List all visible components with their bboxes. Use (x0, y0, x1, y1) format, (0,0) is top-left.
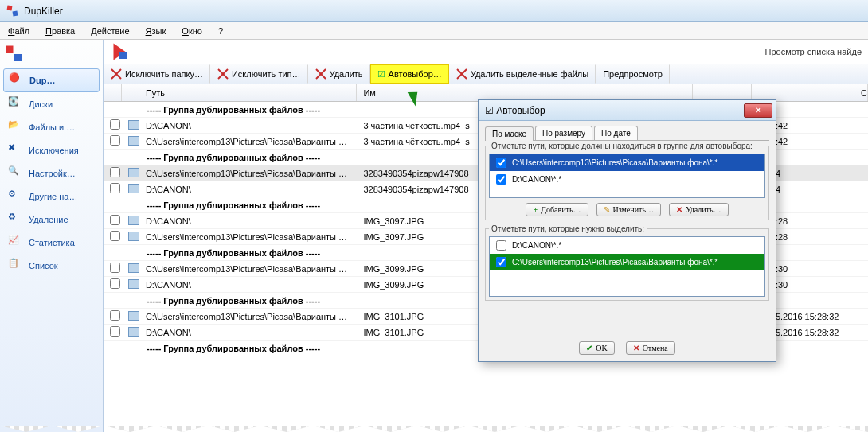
tab-by-date[interactable]: По дате (594, 126, 638, 140)
sidebar-item-label: Другие на… (29, 192, 77, 201)
sidebar-item-1[interactable]: 💽Диски (3, 93, 100, 115)
dialog-tabs: По маске По размеру По дате (485, 126, 769, 141)
row-checkbox[interactable] (110, 263, 120, 273)
svg-rect-2 (6, 46, 14, 53)
sidebar-item-4[interactable]: 🔍Настройк… (3, 162, 100, 185)
cell-path: D:\CANON\ (139, 121, 358, 130)
close-icon[interactable]: ✕ (744, 103, 772, 118)
list-checkbox[interactable] (496, 174, 506, 185)
list-item[interactable]: C:\Users\intercomp13\Pictures\Picasa\Вар… (490, 154, 764, 171)
list-item[interactable]: D:\CANON\*.* (490, 237, 764, 254)
sidebar-item-3[interactable]: ✖Исключения (3, 139, 100, 162)
dialog-icon: ☑ (485, 105, 496, 116)
sidebar-icon: 🔴 (9, 72, 25, 88)
preview-button[interactable]: Предпросмотр (596, 64, 670, 84)
col-sim[interactable]: Сходст (854, 84, 868, 101)
file-icon (128, 120, 139, 130)
col-name[interactable]: Им (357, 84, 534, 101)
file-icon (128, 136, 139, 146)
dialog-title: Автовыбор (496, 105, 545, 116)
file-icon (128, 279, 139, 289)
row-checkbox[interactable] (110, 215, 120, 225)
cancel-button[interactable]: ✕Отмена (626, 341, 675, 355)
menu-file[interactable]: Файл (8, 26, 29, 36)
col-type[interactable] (693, 84, 752, 101)
sidebar-item-label: Исключения (29, 146, 79, 155)
file-icon (128, 232, 139, 241)
row-checkbox[interactable] (110, 310, 120, 321)
exclude-type-button[interactable]: Исключить тип… (210, 64, 308, 84)
exclude-folder-button[interactable]: Исключить папку… (104, 64, 210, 84)
row-checkbox[interactable] (110, 119, 120, 130)
row-checkbox[interactable] (110, 231, 120, 241)
delete-selected-button[interactable]: Удалить выделенные файлы (449, 64, 596, 84)
sidebar-item-8[interactable]: 📋Список (3, 255, 100, 277)
row-checkbox[interactable] (110, 326, 120, 337)
svg-rect-1 (13, 10, 18, 16)
col-path[interactable]: Путь (139, 84, 358, 101)
sidebar-item-0[interactable]: 🔴Dup… (3, 68, 100, 92)
tab-by-mask[interactable]: По маске (485, 126, 534, 141)
file-icon (128, 327, 139, 337)
row-checkbox[interactable] (110, 183, 120, 193)
cell-path: D:\CANON\ (139, 328, 358, 337)
cell-path: C:\Users\intercomp13\Pictures\Picasa\Вар… (139, 264, 358, 274)
x-icon: ✕ (633, 344, 639, 352)
file-icon (128, 311, 139, 321)
add-button[interactable]: +Добавить… (526, 203, 588, 216)
menubar: Файл Правка Действие Язык Окно ? (0, 22, 868, 40)
sidebar-item-label: Настройк… (29, 169, 76, 178)
sidebar-item-label: Dup… (29, 76, 55, 85)
sidebar-item-5[interactable]: ⚙Другие на… (3, 185, 100, 208)
cell-path: C:\Users\intercomp13\Pictures\Picasa\Вар… (139, 312, 358, 321)
delete-button[interactable]: Удалить (308, 64, 370, 84)
sidebar-item-2[interactable]: 📂Файлы и … (3, 116, 100, 138)
list-item-label: D:\CANON\*.* (512, 241, 561, 250)
sidebar-item-label: Удаление (29, 215, 68, 224)
sidebar-item-label: Статистика (29, 238, 75, 247)
toolbar: Исключить папку… Исключить тип… Удалить … (104, 64, 868, 84)
pencil-icon: ✎ (604, 205, 610, 214)
cell-path: C:\Users\intercomp13\Pictures\Picasa\Вар… (139, 232, 358, 242)
remove-button[interactable]: ✕Удалить… (669, 203, 729, 216)
sidebar-item-7[interactable]: 📈Статистика (3, 232, 100, 254)
menu-help[interactable]: ? (218, 26, 223, 36)
sidebar-icon: 🔍 (8, 165, 24, 181)
list-item[interactable]: C:\Users\intercomp13\Pictures\Picasa\Вар… (490, 254, 764, 270)
group1-listbox[interactable]: C:\Users\intercomp13\Pictures\Picasa\Вар… (489, 154, 765, 198)
sidebar-item-label: Файлы и … (29, 123, 75, 132)
sidebar-item-6[interactable]: ♻Удаление (3, 208, 100, 231)
autoselect-dialog: ☑ Автовыбор ✕ По маске По размеру По дат… (478, 99, 776, 362)
autoselect-button[interactable]: ☑Автовыбор… (370, 64, 449, 84)
list-checkbox[interactable] (496, 158, 506, 168)
row-checkbox[interactable] (110, 278, 120, 289)
cell-path: D:\CANON\ (139, 216, 358, 226)
col-date[interactable] (752, 84, 854, 101)
cell-path: D:\CANON\ (139, 185, 358, 194)
list-checkbox[interactable] (496, 257, 506, 267)
sidebar-icon: ⚙ (8, 189, 24, 204)
svg-rect-3 (14, 54, 22, 61)
titlebar: DupKiller (0, 0, 868, 22)
menu-language[interactable]: Язык (146, 26, 166, 36)
file-icon (128, 168, 139, 177)
edit-button[interactable]: ✎Изменить… (596, 203, 661, 216)
menu-action[interactable]: Действие (91, 26, 129, 36)
list-checkbox[interactable] (496, 240, 506, 251)
menu-edit[interactable]: Правка (45, 26, 75, 36)
row-checkbox[interactable] (110, 167, 120, 177)
svg-rect-0 (7, 5, 13, 10)
sidebar-logo (5, 45, 100, 65)
group2-listbox[interactable]: D:\CANON\*.*C:\Users\intercomp13\Picture… (489, 236, 765, 297)
list-item[interactable]: D:\CANON\*.* (490, 171, 764, 188)
sidebar-icon: 📂 (8, 119, 24, 135)
tab-by-size[interactable]: По размеру (535, 126, 592, 140)
plus-icon: + (533, 205, 538, 214)
ok-button[interactable]: ✔OK (579, 341, 614, 355)
cell-path: C:\Users\intercomp13\Pictures\Picasa\Вар… (139, 137, 358, 146)
col-size[interactable] (534, 84, 693, 101)
menu-window[interactable]: Окно (182, 26, 202, 36)
row-checkbox[interactable] (110, 135, 120, 146)
file-icon (128, 263, 139, 273)
group1-legend: Отметьте пути, которые должны находиться… (489, 142, 755, 150)
